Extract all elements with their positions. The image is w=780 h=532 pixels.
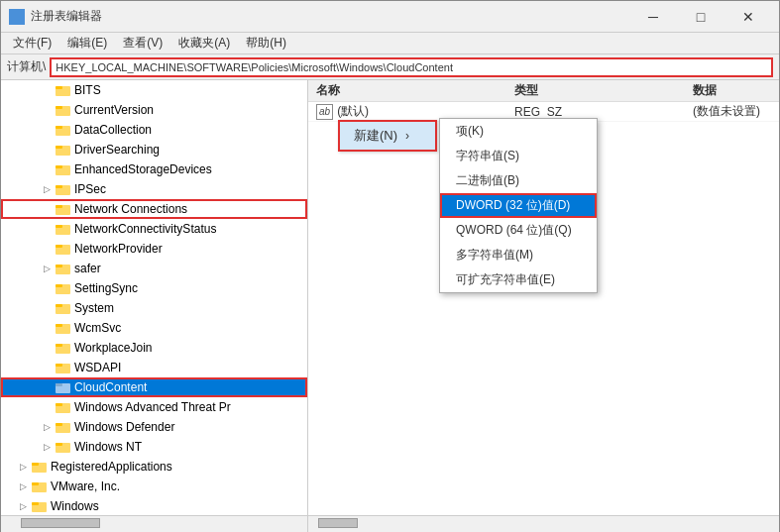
tree-item-networkconnectivity[interactable]: NetworkConnectivityStatus — [1, 219, 307, 239]
menu-help[interactable]: 帮助(H) — [238, 33, 294, 53]
submenu-item-multistring[interactable]: 多字符串值(M) — [440, 243, 597, 267]
tree-item-workplacejoin[interactable]: WorkplaceJoin — [1, 338, 307, 358]
submenu-item-binary[interactable]: 二进制值(B) — [440, 168, 597, 193]
svg-rect-11 — [56, 146, 62, 149]
maximize-button[interactable]: □ — [678, 6, 724, 28]
tree-label: SettingSync — [74, 281, 138, 295]
tree-item-driversearching[interactable]: DriverSearching — [1, 140, 307, 160]
tree-label: DriverSearching — [74, 143, 160, 157]
folder-icon — [56, 83, 71, 97]
tree-item-ipsec[interactable]: ▷ IPSec — [1, 179, 307, 199]
tree-item-cloudcontent[interactable]: CloudContent — [1, 377, 307, 397]
folder-icon — [56, 222, 71, 236]
tree-item-windowsadvanced[interactable]: Windows Advanced Threat Pr — [1, 397, 307, 417]
tree-label: Windows NT — [74, 440, 142, 454]
svg-rect-23 — [56, 265, 62, 267]
tree-label: VMware, Inc. — [51, 479, 120, 493]
folder-icon — [32, 499, 48, 513]
tree-label: CurrentVersion — [74, 103, 154, 117]
tree-item-wcmsvc[interactable]: WcmSvc — [1, 318, 307, 338]
folder-icon — [56, 341, 71, 355]
folder-icon — [56, 361, 71, 374]
menu-edit[interactable]: 编辑(E) — [59, 33, 115, 53]
tree-item-datacollection[interactable]: DataCollection — [1, 120, 307, 140]
folder-icon-selected — [56, 380, 71, 394]
tree-item-settingsync[interactable]: SettingSync — [1, 278, 307, 298]
tree-item-windows[interactable]: ▷ Windows — [1, 496, 307, 515]
tree-item-safer[interactable]: ▷ safer — [1, 259, 307, 278]
tree-label: Windows — [51, 499, 99, 513]
tree-item-windowsdefender[interactable]: ▷ Windows Defender — [1, 417, 307, 437]
new-button-label: 新建(N) — [354, 127, 397, 145]
left-panel: BITS CurrentVersion DataCollection — [1, 80, 308, 515]
folder-icon — [56, 202, 71, 216]
expand-icon[interactable]: ▷ — [41, 441, 53, 453]
main-window: 注册表编辑器 ─ □ ✕ 文件(F) 编辑(E) 查看(V) 收藏夹(A) 帮助… — [0, 0, 780, 532]
tree-label: System — [74, 301, 114, 315]
svg-rect-17 — [56, 205, 62, 208]
tree-label: EnhancedStorageDevices — [74, 162, 212, 176]
right-scrollbar[interactable] — [308, 516, 779, 532]
expand-icon[interactable]: ▷ — [17, 500, 29, 512]
tree-item-networkconnections[interactable]: Network Connections — [1, 199, 307, 219]
left-scrollbar[interactable] — [1, 516, 308, 532]
expand-icon[interactable]: ▷ — [41, 421, 53, 433]
tree-label: CloudContent — [74, 380, 147, 394]
expand-icon[interactable]: ▷ — [17, 480, 29, 492]
tree-item-wsdapi[interactable]: WSDAPI — [1, 358, 307, 377]
submenu-item-string[interactable]: 字符串值(S) — [440, 144, 597, 168]
svg-rect-1 — [18, 11, 23, 16]
svg-rect-39 — [56, 423, 62, 426]
tree-label: RegisteredApplications — [51, 460, 172, 474]
tree-label: WSDAPI — [74, 361, 121, 374]
tree-label: safer — [74, 262, 101, 275]
close-button[interactable]: ✕ — [725, 6, 771, 28]
tree-label: WcmSvc — [74, 321, 121, 335]
svg-rect-9 — [56, 126, 62, 129]
tree-item-networkprovider[interactable]: NetworkProvider — [1, 239, 307, 259]
right-panel: 名称 类型 数据 ab (默认) REG_SZ (数值未设置) 新建(N) — [308, 80, 779, 515]
menu-bar: 文件(F) 编辑(E) 查看(V) 收藏夹(A) 帮助(H) — [1, 33, 779, 54]
address-label: 计算机\ — [7, 58, 46, 75]
app-icon — [9, 9, 25, 25]
tree-item-registeredapplications[interactable]: ▷ RegisteredApplications — [1, 457, 307, 477]
tree-item-enhancedstorage[interactable]: EnhancedStorageDevices — [1, 160, 307, 179]
submenu-item-qword[interactable]: QWORD (64 位)值(Q) — [440, 218, 597, 243]
tree-label: Network Connections — [74, 202, 187, 216]
menu-favorites[interactable]: 收藏夹(A) — [170, 33, 238, 53]
folder-icon — [56, 182, 71, 196]
svg-rect-43 — [32, 463, 39, 466]
new-button[interactable]: 新建(N) › — [338, 120, 437, 152]
address-input[interactable] — [50, 57, 773, 77]
expand-icon[interactable]: ▷ — [41, 183, 53, 195]
svg-rect-41 — [56, 443, 62, 446]
tree-item-windowsnt[interactable]: ▷ Windows NT — [1, 437, 307, 457]
svg-rect-29 — [56, 324, 62, 327]
tree-item-currentversion[interactable]: CurrentVersion — [1, 100, 307, 120]
submenu-item-expandstring[interactable]: 可扩充字符串值(E) — [440, 267, 597, 292]
tree-item-vmware[interactable]: ▷ VMware, Inc. — [1, 477, 307, 496]
expand-icon[interactable]: ▷ — [41, 263, 53, 274]
title-bar-left: 注册表编辑器 — [9, 8, 102, 25]
tree-item-bits[interactable]: BITS — [1, 80, 307, 100]
svg-rect-33 — [56, 364, 62, 367]
tree-item-system[interactable]: System — [1, 298, 307, 318]
svg-rect-25 — [56, 284, 62, 287]
svg-rect-19 — [56, 225, 62, 228]
right-header: 名称 类型 数据 — [308, 80, 779, 102]
svg-rect-21 — [56, 245, 62, 248]
submenu-item-dword[interactable]: DWORD (32 位)值(D) — [440, 193, 597, 218]
svg-rect-2 — [11, 18, 16, 23]
svg-rect-15 — [56, 185, 62, 188]
col-header-data: 数据 — [685, 80, 779, 101]
menu-file[interactable]: 文件(F) — [5, 33, 59, 53]
minimize-button[interactable]: ─ — [630, 6, 676, 28]
folder-icon — [56, 103, 71, 117]
svg-rect-0 — [11, 11, 16, 16]
submenu-item-key[interactable]: 项(K) — [440, 119, 597, 144]
tree-label: WorkplaceJoin — [74, 341, 152, 355]
menu-view[interactable]: 查看(V) — [115, 33, 170, 53]
expand-icon[interactable]: ▷ — [17, 461, 29, 473]
folder-icon — [56, 262, 71, 275]
cell-type: REG_SZ — [506, 105, 685, 119]
